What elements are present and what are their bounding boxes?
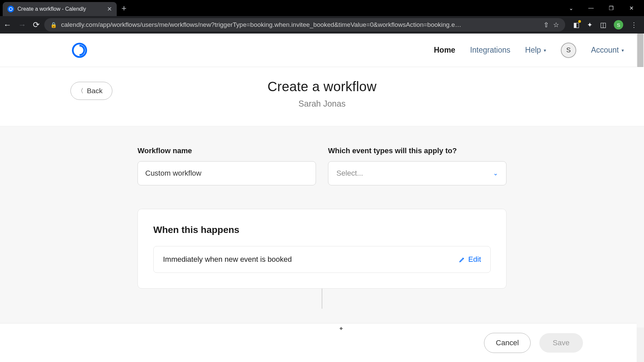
- kebab-menu-icon[interactable]: ⋮: [631, 21, 637, 29]
- workflow-name-input[interactable]: [138, 161, 316, 185]
- tab-search-icon[interactable]: ⌄: [567, 4, 575, 12]
- toolbar-right: ◧ ✦ ◫ S ⋮: [570, 20, 641, 29]
- footer-bar: Cancel Save: [0, 323, 637, 362]
- extensions-icon[interactable]: ✦: [587, 21, 593, 29]
- save-button[interactable]: Save: [539, 333, 583, 353]
- url-field[interactable]: 🔒 calendly.com/app/workflows/users/me/wo…: [44, 18, 565, 32]
- nav-icons: ← → ⟳: [3, 20, 40, 29]
- chevron-down-icon: ▾: [622, 48, 624, 53]
- form-area: Workflow name Which event types will thi…: [0, 126, 644, 327]
- tab-strip: Create a workflow - Calendly ✕ + ⌄ — ❐ ✕: [0, 0, 644, 16]
- svg-point-0: [9, 7, 12, 10]
- back-icon[interactable]: ←: [3, 20, 11, 29]
- workflow-name-label: Workflow name: [138, 146, 316, 155]
- close-window-icon[interactable]: ✕: [627, 4, 635, 12]
- tab-title: Create a workflow - Calendly: [17, 6, 104, 12]
- trigger-row: Immediately when new event is booked Edi…: [153, 246, 491, 273]
- page-header: 〈 Back Create a workflow Sarah Jonas: [0, 67, 644, 126]
- new-tab-button[interactable]: +: [121, 3, 126, 13]
- nav-home[interactable]: Home: [434, 46, 455, 55]
- event-types-field: Which event types will this apply to? Se…: [328, 146, 506, 185]
- extension-badge-icon[interactable]: ◧: [573, 21, 580, 29]
- calendly-favicon: [7, 6, 14, 12]
- chevron-down-icon: ▾: [544, 48, 546, 53]
- reload-icon[interactable]: ⟳: [33, 20, 40, 29]
- event-types-placeholder: Select...: [336, 169, 363, 178]
- edit-trigger-button[interactable]: Edit: [459, 255, 481, 264]
- browser-profile-avatar[interactable]: S: [614, 20, 623, 29]
- share-icon[interactable]: ⇧: [543, 21, 549, 29]
- main-nav: Home Integrations Help▾ S Account▾: [434, 43, 624, 58]
- event-types-select[interactable]: Select... ⌄: [328, 161, 506, 185]
- user-avatar[interactable]: S: [561, 43, 576, 58]
- edit-label: Edit: [468, 255, 481, 264]
- browser-chrome: Create a workflow - Calendly ✕ + ⌄ — ❐ ✕…: [0, 0, 644, 34]
- app-header: Home Integrations Help▾ S Account▾: [0, 34, 644, 67]
- trigger-card: When this happens Immediately when new e…: [138, 209, 506, 289]
- side-panel-icon[interactable]: ◫: [600, 21, 606, 29]
- window-controls: ⌄ — ❐ ✕: [567, 4, 641, 12]
- forward-icon: →: [18, 20, 26, 29]
- workflow-connector: [322, 289, 322, 309]
- maximize-icon[interactable]: ❐: [607, 4, 615, 12]
- nav-account[interactable]: Account▾: [591, 46, 624, 55]
- browser-tab[interactable]: Create a workflow - Calendly ✕: [3, 2, 117, 16]
- nav-help-label: Help: [525, 46, 541, 55]
- pencil-icon: [459, 256, 466, 263]
- lock-icon: 🔒: [50, 22, 57, 28]
- url-text: calendly.com/app/workflows/users/me/work…: [61, 21, 539, 28]
- workflow-name-field: Workflow name: [138, 146, 316, 185]
- bookmark-star-icon[interactable]: ☆: [553, 21, 559, 29]
- minimize-icon[interactable]: —: [587, 4, 595, 12]
- nav-integrations-label: Integrations: [470, 46, 510, 55]
- back-button[interactable]: 〈 Back: [70, 82, 112, 100]
- nav-account-label: Account: [591, 46, 619, 55]
- calendly-logo[interactable]: [70, 41, 89, 59]
- nav-home-label: Home: [434, 46, 455, 55]
- nav-integrations[interactable]: Integrations: [470, 46, 510, 55]
- page-subtitle: Sarah Jonas: [0, 99, 644, 109]
- app-viewport: Home Integrations Help▾ S Account▾ 〈 Bac…: [0, 34, 644, 362]
- nav-help[interactable]: Help▾: [525, 46, 546, 55]
- cancel-button[interactable]: Cancel: [484, 333, 530, 353]
- trigger-text: Immediately when new event is booked: [163, 255, 292, 264]
- back-label: Back: [87, 87, 103, 95]
- trigger-heading: When this happens: [153, 225, 491, 235]
- chevron-down-icon: ⌄: [493, 170, 498, 177]
- event-types-label: Which event types will this apply to?: [328, 146, 506, 155]
- chevron-left-icon: 〈: [77, 87, 84, 95]
- address-bar: ← → ⟳ 🔒 calendly.com/app/workflows/users…: [0, 16, 644, 34]
- close-tab-icon[interactable]: ✕: [107, 5, 112, 13]
